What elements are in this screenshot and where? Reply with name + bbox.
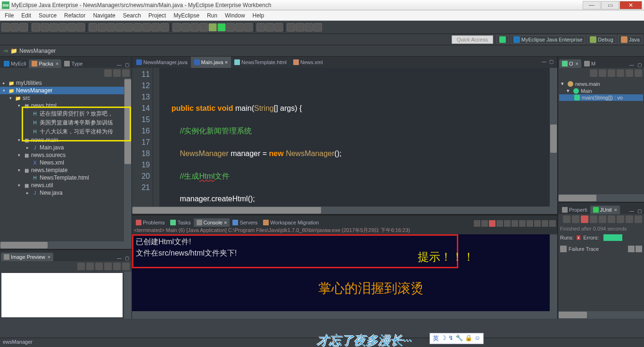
menu-source[interactable]: Source [35, 11, 60, 20]
close-icon[interactable]: × [224, 220, 227, 225]
menu-search[interactable]: Search [119, 11, 145, 20]
tree-html-file[interactable]: HNewsTemplate.html [0, 174, 132, 182]
console-tool-icon[interactable] [496, 220, 503, 227]
junit-tool-icon[interactable] [599, 215, 606, 223]
perspective-debug[interactable]: Debug [587, 35, 616, 44]
filter-icon[interactable] [599, 69, 606, 77]
zoom100-icon[interactable] [104, 263, 112, 270]
tool-icon[interactable] [98, 23, 106, 32]
tree-package[interactable]: ▾▦news.html [0, 102, 132, 109]
console-output[interactable]: 已创建Html文件! 文件在src/news/html文件夹下! 提示！！！ 掌… [132, 234, 557, 319]
tool-icon[interactable] [133, 23, 142, 32]
maximize-button[interactable]: ▭ [601, 1, 619, 9]
tab-myeclipse-explorer[interactable]: MyEcli [1, 59, 29, 68]
editor-tab[interactable]: NewsManager.java [133, 57, 191, 68]
filter-icon[interactable] [626, 69, 633, 77]
open-perspective-button[interactable] [496, 35, 509, 44]
console-tool-icon[interactable] [519, 220, 526, 227]
tool-icon[interactable] [116, 23, 124, 32]
tree-package[interactable]: ▾▦news.main [0, 136, 132, 144]
console-hscrollbar[interactable] [132, 311, 550, 319]
run-icon[interactable] [217, 23, 226, 32]
tool-icon[interactable] [274, 23, 283, 32]
ime-toolbar[interactable]: 英☽↯🔧🔒☺ [429, 333, 484, 344]
editor-tab[interactable]: NewsTemplate.html [231, 57, 290, 68]
bg-icon[interactable] [113, 263, 121, 270]
maximize-icon[interactable]: ▢ [124, 255, 130, 261]
console-tool-icon[interactable] [504, 220, 511, 227]
outline-method-selected[interactable]: main(String[]) : vo [559, 94, 643, 101]
tool-icon[interactable] [256, 23, 265, 32]
editor-tab-active[interactable]: Main.java× [191, 57, 231, 68]
tool-icon[interactable] [41, 23, 49, 32]
tab-servers[interactable]: Servers [230, 218, 260, 227]
view-menu-icon[interactable] [122, 69, 130, 77]
editor-scrollbar[interactable] [550, 68, 557, 207]
tree-package[interactable]: ▾▦news.util [0, 182, 132, 189]
outline-class[interactable]: ▾Main [559, 87, 643, 94]
tool-icon[interactable] [182, 23, 190, 32]
tab-workspace-migration[interactable]: Workspace Migration [260, 218, 322, 227]
junit-tool-icon[interactable] [590, 215, 597, 223]
menu-file[interactable]: File [1, 11, 17, 20]
tree-package[interactable]: ▾▦news.sourecs [0, 151, 132, 159]
junit-tool-icon[interactable] [563, 215, 570, 223]
junit-tool-icon[interactable] [572, 215, 579, 223]
minimize-icon[interactable]: — [116, 61, 123, 68]
zoomout-icon[interactable] [86, 263, 94, 270]
tree-html-file[interactable]: H还在指望房贷打折？放弃吧， [0, 109, 132, 118]
tree-html-file[interactable]: H十八大以来，习近平这样为传 [0, 127, 132, 136]
tab-minimap[interactable]: M [581, 59, 598, 68]
minimize-icon[interactable]: — [542, 59, 548, 66]
tree-hscrollbar[interactable] [0, 241, 132, 249]
tree-package[interactable]: ▾▦news.template [0, 166, 132, 174]
menu-run[interactable]: Run [203, 11, 221, 20]
zoomin-icon[interactable] [77, 263, 85, 270]
tool-icon[interactable] [265, 23, 274, 32]
nav-icon[interactable]: ⇨ [4, 48, 8, 54]
tool-icon[interactable] [142, 23, 151, 32]
tool-icon[interactable] [89, 23, 97, 32]
perspective-myeclipse[interactable]: MyEclipse Java Enterprise [511, 35, 586, 44]
junit-tool-icon[interactable] [581, 215, 588, 223]
tree-xml-file[interactable]: XNews.xml [0, 159, 132, 166]
console-tool-icon[interactable] [481, 220, 488, 227]
menu-help[interactable]: Help [249, 11, 268, 20]
ime-tool-icon[interactable]: ↯ [448, 334, 454, 343]
ime-lock-icon[interactable]: 🔒 [465, 334, 472, 343]
saveall-icon[interactable] [19, 23, 28, 32]
junit-tool-icon[interactable] [608, 215, 615, 223]
tool-icon[interactable] [199, 23, 208, 32]
close-icon[interactable]: × [56, 61, 58, 66]
close-icon[interactable]: × [48, 254, 50, 260]
tree-project[interactable]: ▸📁myUtilities [0, 79, 132, 87]
menu-myeclipse[interactable]: MyEclipse [170, 11, 203, 20]
menu-refactor[interactable]: Refactor [60, 11, 89, 20]
collapse-all-icon[interactable] [104, 69, 112, 77]
menu-window[interactable]: Window [221, 11, 249, 20]
terminate-icon[interactable] [489, 220, 495, 227]
menu-project[interactable]: Project [145, 11, 170, 20]
menu-navigate[interactable]: Navigate [89, 11, 119, 20]
perspective-java[interactable]: Java [618, 35, 643, 44]
tool-icon[interactable] [190, 23, 199, 32]
maximize-icon[interactable]: ▢ [124, 61, 130, 68]
tool-icon[interactable] [76, 23, 85, 32]
filter-icon[interactable] [617, 69, 624, 77]
junit-failure-trace[interactable]: Failure Trace [560, 246, 642, 252]
tree-project-selected[interactable]: ▾📁NewsManager [0, 87, 132, 94]
minimize-icon[interactable]: — [116, 255, 123, 261]
tree-html-file[interactable]: H美国男篮邀请考辛斯参加训练 [0, 118, 132, 127]
tool-icon[interactable] [151, 23, 160, 32]
tool-icon[interactable] [287, 23, 295, 32]
minimize-icon[interactable]: — [628, 207, 635, 214]
tab-outline[interactable]: O× [559, 59, 581, 68]
debug-icon[interactable] [208, 23, 217, 32]
tab-type-hierarchy[interactable]: Type [61, 59, 85, 68]
junit-tool-icon[interactable] [617, 215, 624, 223]
tool-icon[interactable] [226, 23, 235, 32]
junit-tool-icon[interactable] [626, 215, 633, 223]
tab-package-explorer[interactable]: Packa× [29, 59, 61, 68]
filter-icon[interactable] [608, 69, 615, 77]
tool-icon[interactable] [296, 23, 304, 32]
